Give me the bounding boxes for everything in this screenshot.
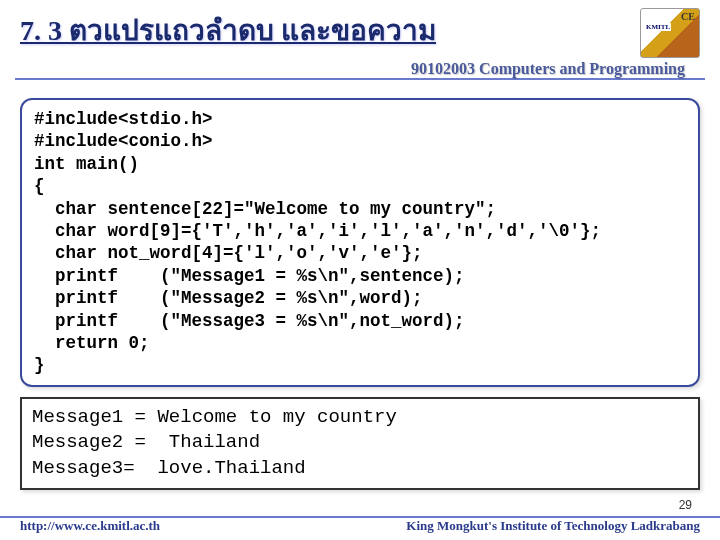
kmitl-logo-icon bbox=[640, 8, 700, 58]
output-block: Message1 = Welcome to my country Message… bbox=[20, 397, 700, 490]
slide-title: 7. 3 ตวแปรแถวลำดบ และขอความ bbox=[20, 8, 436, 52]
footer-url: http://www.ce.kmitl.ac.th bbox=[20, 518, 160, 534]
course-subtitle: 90102003 Computers and Programming bbox=[15, 58, 705, 80]
slide-header: 7. 3 ตวแปรแถวลำดบ และขอความ bbox=[0, 0, 720, 58]
page-number: 29 bbox=[679, 498, 692, 512]
code-block: #include<stdio.h> #include<conio.h> int … bbox=[20, 98, 700, 387]
footer-institution: King Mongkut's Institute of Technology L… bbox=[406, 518, 700, 534]
slide-footer: http://www.ce.kmitl.ac.th King Mongkut's… bbox=[0, 516, 720, 534]
